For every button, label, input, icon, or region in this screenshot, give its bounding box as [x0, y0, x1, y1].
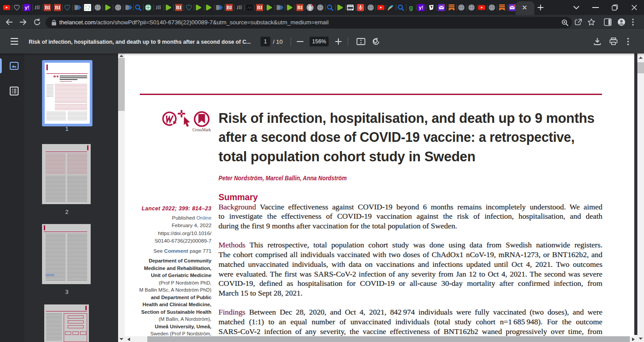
svg-text:Ili: Ili	[236, 4, 242, 11]
svg-text:g: g	[409, 4, 413, 11]
svg-text:BI: BI	[226, 4, 232, 11]
svg-text:BI: BI	[54, 4, 60, 11]
svg-text:y!: y!	[419, 5, 423, 10]
svg-text:CrossMark: CrossMark	[192, 128, 211, 132]
svg-text:Ili: Ili	[34, 4, 40, 11]
svg-text:BI: BI	[44, 4, 50, 11]
svg-text:Ili: Ili	[155, 4, 161, 11]
svg-text:y!: y!	[25, 5, 29, 10]
svg-text:BI: BI	[297, 4, 303, 11]
svg-text:BI: BI	[257, 4, 262, 11]
svg-text:BI: BI	[176, 4, 181, 11]
